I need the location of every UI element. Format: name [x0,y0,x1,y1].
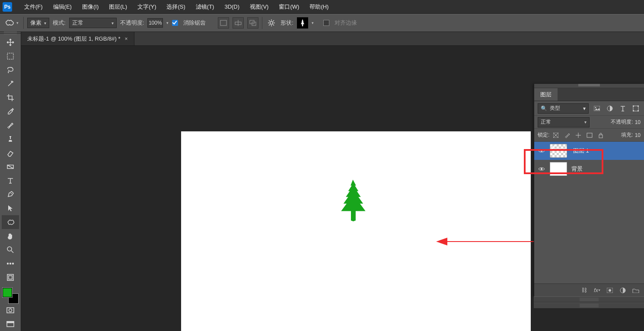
lasso-tool[interactable] [2,63,19,77]
eyedropper-tool[interactable] [2,105,19,118]
zoom-tool[interactable] [2,243,19,257]
path-select-tool[interactable] [2,201,19,215]
menu-file[interactable]: 文件(F) [19,3,48,11]
align-right-icon[interactable] [247,17,258,29]
canvas[interactable] [181,131,531,331]
svg-rect-37 [638,110,639,111]
screenmode-toggle[interactable] [2,317,19,331]
brush-tool[interactable] [2,118,19,132]
panel-resize-grip[interactable] [534,296,644,302]
visibility-icon[interactable] [538,165,545,173]
foreground-color-swatch[interactable] [3,288,12,297]
layer-name[interactable]: 背景 [571,165,583,173]
tool-preset-icon[interactable]: ▾ [3,17,20,29]
menu-type[interactable]: 文字(Y) [132,3,161,11]
layer-blend-value: 正常 [541,118,551,126]
more-tools[interactable] [2,257,19,271]
menu-help[interactable]: 帮助(H) [304,3,334,11]
lock-label: 锁定: [538,131,549,139]
layer-list: 图层 1 背景 [534,142,644,283]
color-swatches[interactable] [3,288,18,303]
menu-3d[interactable]: 3D(D) [219,3,245,10]
gear-icon[interactable] [266,17,277,29]
antialias-checkbox[interactable] [172,20,178,26]
antialias-label: 消除锯齿 [183,19,206,27]
svg-point-41 [541,150,542,152]
quickmask-toggle[interactable] [2,303,19,317]
svg-line-12 [273,20,274,22]
pen-tool[interactable] [2,188,19,201]
document-tab[interactable]: 未标题-1 @ 100% (图层 1, RGB/8#) * × [21,32,134,45]
lock-all-icon[interactable] [596,130,606,140]
align-center-icon[interactable] [233,17,244,29]
custom-shape-tool[interactable] [2,215,19,229]
menu-filter[interactable]: 滤镜(T) [191,3,220,11]
filter-adjust-icon[interactable] [605,104,615,113]
stamp-tool[interactable] [2,132,19,146]
svg-point-44 [609,289,611,292]
filter-image-icon[interactable] [592,104,602,113]
svg-point-21 [13,263,14,264]
shape-picker[interactable] [297,17,308,29]
tab-layers[interactable]: 图层 [534,88,558,101]
folder-icon[interactable] [632,286,640,294]
svg-point-25 [9,309,12,312]
panel-resize-grip[interactable] [534,302,644,309]
filter-shape-icon[interactable] [631,104,641,113]
visibility-icon[interactable] [538,147,545,155]
blend-mode-value: 正常 [72,19,83,27]
menu-view[interactable]: 视图(V) [245,3,274,11]
align-edges-label: 对齐边缘 [335,19,357,27]
menu-select[interactable]: 选择(S) [161,3,190,11]
layer-filter-dropdown[interactable]: 🔍 类型 ▾ [538,103,589,114]
layer-blend-dropdown[interactable]: 正常▾ [538,117,590,127]
close-icon[interactable]: × [124,36,128,42]
adjustment-icon[interactable] [619,286,627,294]
frame-tool[interactable] [2,271,19,284]
menu-edit[interactable]: 编辑(E) [48,3,77,11]
wand-tool[interactable] [2,77,19,91]
svg-rect-23 [9,276,12,279]
filter-label: 类型 [550,105,560,112]
lock-pixels-icon[interactable] [551,130,561,140]
type-tool[interactable] [2,174,19,188]
fx-icon[interactable]: fx▾ [593,286,601,294]
separator [262,17,262,29]
opacity-field[interactable]: 100% [147,18,163,28]
lock-artboard-icon[interactable] [585,130,594,140]
layer-name[interactable]: 图层 1 [573,147,589,155]
unit-dropdown[interactable]: 像素▾ [27,18,49,28]
svg-rect-35 [638,105,639,107]
svg-rect-14 [7,53,13,59]
link-icon[interactable]: ⛓ [580,286,588,294]
layer-opacity-value[interactable]: 10 [635,119,641,125]
filter-type-icon[interactable] [618,104,628,113]
menu-image[interactable]: 图像(I) [77,3,104,11]
layer-row[interactable]: 图层 1 [534,142,644,160]
svg-line-10 [269,20,270,22]
marquee-tool[interactable] [2,49,19,63]
blend-mode-dropdown[interactable]: 正常▾ [69,18,117,28]
crop-tool[interactable] [2,91,19,105]
fill-value[interactable]: 10 [635,132,641,138]
fill-label: 填充: [621,131,633,139]
layer-thumbnail[interactable] [550,144,567,158]
layer-row[interactable]: 背景 [534,160,644,178]
eraser-tool[interactable] [2,146,19,160]
layers-footer: ⛓ fx▾ [534,283,644,296]
panel-grip[interactable] [534,84,644,88]
svg-point-5 [270,22,273,24]
tree-shape [337,179,369,222]
menu-layer[interactable]: 图层(L) [104,3,132,11]
gradient-tool[interactable] [2,160,19,174]
align-edges-checkbox[interactable] [323,20,329,26]
menu-window[interactable]: 窗口(W) [274,3,304,11]
lock-brush-icon[interactable] [562,130,572,140]
document-tab-title: 未标题-1 @ 100% (图层 1, RGB/8#) * [27,35,120,43]
lock-move-icon[interactable] [574,130,583,140]
mask-icon[interactable] [606,286,614,294]
move-tool[interactable] [2,35,19,49]
align-left-icon[interactable] [218,17,229,29]
hand-tool[interactable] [2,229,19,243]
layer-thumbnail[interactable] [550,162,567,176]
